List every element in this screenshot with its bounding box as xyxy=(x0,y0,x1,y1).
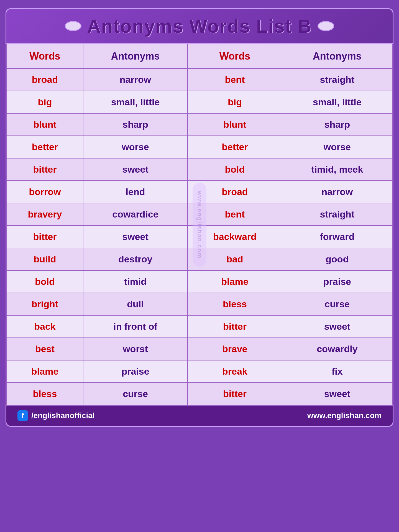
word-cell-2: blunt xyxy=(188,113,282,136)
antonym-cell-1: narrow xyxy=(83,68,188,91)
antonym-cell-2: straight xyxy=(282,68,392,91)
table-row: broadnarrowbentstraight xyxy=(7,68,392,91)
facebook-icon: f xyxy=(17,410,28,421)
antonym-cell-1: worse xyxy=(83,136,188,158)
word-cell-1: bless xyxy=(7,383,83,405)
word-cell-2: bold xyxy=(188,158,282,181)
antonym-cell-1: small, little xyxy=(83,91,188,113)
antonym-cell-1: praise xyxy=(83,360,188,383)
table-row: bittersweetbackwardforward xyxy=(7,226,392,248)
antonym-cell-2: curse xyxy=(282,293,392,315)
antonym-cell-2: sharp xyxy=(282,113,392,136)
col2-header: Antonyms xyxy=(83,44,188,68)
table-header-row: Words Antonyms Words Antonyms xyxy=(7,44,392,68)
word-cell-2: bless xyxy=(188,293,282,315)
antonym-cell-2: cowardly xyxy=(282,338,392,360)
antonym-cell-2: sweet xyxy=(282,315,392,338)
word-cell-2: better xyxy=(188,136,282,158)
col3-header: Words xyxy=(188,44,282,68)
antonym-cell-2: praise xyxy=(282,270,392,293)
antonym-cell-1: worst xyxy=(83,338,188,360)
antonym-cell-1: in front of xyxy=(83,315,188,338)
word-cell-1: bravery xyxy=(7,203,83,226)
antonym-cell-2: narrow xyxy=(282,181,392,203)
word-cell-1: bitter xyxy=(7,226,83,248)
word-cell-1: blunt xyxy=(7,113,83,136)
antonym-cell-1: lend xyxy=(83,181,188,203)
word-cell-2: break xyxy=(188,360,282,383)
table-row: blamepraisebreakfix xyxy=(7,360,392,383)
word-cell-1: broad xyxy=(7,68,83,91)
word-cell-2: bitter xyxy=(188,383,282,405)
antonym-cell-1: curse xyxy=(83,383,188,405)
table-row: bestworstbravecowardly xyxy=(7,338,392,360)
antonym-cell-1: cowardice xyxy=(83,203,188,226)
word-cell-1: best xyxy=(7,338,83,360)
antonym-cell-1: sweet xyxy=(83,158,188,181)
antonym-cell-2: good xyxy=(282,248,392,270)
word-cell-2: big xyxy=(188,91,282,113)
footer-social: f /englishanofficial xyxy=(17,410,95,421)
footer-website: www.englishan.com xyxy=(307,411,382,420)
word-cell-2: bitter xyxy=(188,315,282,338)
table-row: backin front ofbittersweet xyxy=(7,315,392,338)
facebook-handle: /englishanofficial xyxy=(31,411,95,420)
word-cell-1: blame xyxy=(7,360,83,383)
word-cell-1: big xyxy=(7,91,83,113)
table-row: bittersweetboldtimid, meek xyxy=(7,158,392,181)
antonym-cell-1: destroy xyxy=(83,248,188,270)
antonym-cell-2: forward xyxy=(282,226,392,248)
antonym-cell-1: timid xyxy=(83,270,188,293)
header: Antonyms Words List B xyxy=(6,8,393,44)
table-row: bluntsharpbluntsharp xyxy=(7,113,392,136)
word-cell-2: backward xyxy=(188,226,282,248)
word-cell-1: bitter xyxy=(7,158,83,181)
table-row: boldtimidblamepraise xyxy=(7,270,392,293)
antonym-cell-1: dull xyxy=(83,293,188,315)
antonym-cell-1: sweet xyxy=(83,226,188,248)
word-cell-1: better xyxy=(7,136,83,158)
table-row: builddestroybadgood xyxy=(7,248,392,270)
table-row: betterworsebetterworse xyxy=(7,136,392,158)
col4-header: Antonyms xyxy=(282,44,392,68)
table-container: www.englishan.com Words Antonyms Words A… xyxy=(6,44,393,406)
page-wrapper: Antonyms Words List B www.englishan.com … xyxy=(3,6,396,429)
page-title: Antonyms Words List B xyxy=(87,15,312,37)
table-row: borrowlendbroadnarrow xyxy=(7,181,392,203)
word-cell-2: broad xyxy=(188,181,282,203)
word-cell-2: bent xyxy=(188,203,282,226)
table-row: brightdullblesscurse xyxy=(7,293,392,315)
word-cell-1: bright xyxy=(7,293,83,315)
word-cell-2: brave xyxy=(188,338,282,360)
antonym-cell-2: timid, meek xyxy=(282,158,392,181)
table-row: blesscursebittersweet xyxy=(7,383,392,405)
word-cell-1: borrow xyxy=(7,181,83,203)
word-cell-1: build xyxy=(7,248,83,270)
table-row: bigsmall, littlebigsmall, little xyxy=(7,91,392,113)
antonyms-table: Words Antonyms Words Antonyms broadnarro… xyxy=(6,44,393,405)
antonym-cell-2: worse xyxy=(282,136,392,158)
antonym-cell-2: small, little xyxy=(282,91,392,113)
antonym-cell-2: straight xyxy=(282,203,392,226)
antonym-cell-2: sweet xyxy=(282,383,392,405)
antonym-cell-2: fix xyxy=(282,360,392,383)
col1-header: Words xyxy=(7,44,83,68)
footer: f /englishanofficial www.englishan.com xyxy=(6,405,393,427)
word-cell-2: bent xyxy=(188,68,282,91)
word-cell-1: back xyxy=(7,315,83,338)
left-oval-decoration xyxy=(65,21,81,31)
antonym-cell-1: sharp xyxy=(83,113,188,136)
right-oval-decoration xyxy=(318,21,334,31)
table-row: braverycowardicebentstraight xyxy=(7,203,392,226)
word-cell-1: bold xyxy=(7,270,83,293)
word-cell-2: bad xyxy=(188,248,282,270)
word-cell-2: blame xyxy=(188,270,282,293)
